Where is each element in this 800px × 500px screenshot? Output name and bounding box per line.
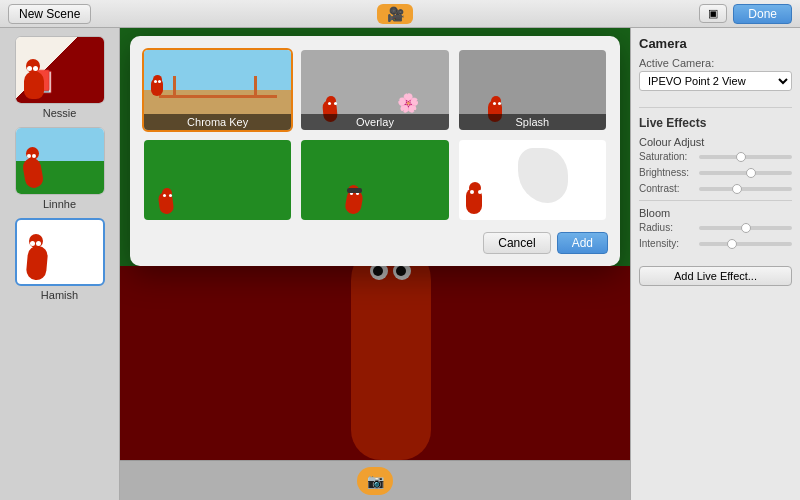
brightness-row: Brightness:: [639, 167, 792, 178]
saturation-row: Saturation:: [639, 151, 792, 162]
intensity-track[interactable]: [699, 242, 792, 246]
saturation-label: Saturation:: [639, 151, 699, 162]
add-live-effect-button[interactable]: Add Live Effect...: [639, 266, 792, 286]
contrast-track[interactable]: [699, 187, 792, 191]
effect-item-green2[interactable]: [299, 138, 450, 222]
effect-grid: Chroma Key 🌸: [142, 48, 608, 222]
nessie-label: Nessie: [43, 107, 77, 119]
contrast-row: Contrast:: [639, 183, 792, 194]
live-effects-title: Live Effects: [639, 116, 792, 130]
bottom-bar: 📷: [120, 460, 630, 500]
nessie-thumbnail: 📕: [15, 36, 105, 104]
right-panel: Camera Active Camera: IPEVO Point 2 View…: [630, 28, 800, 500]
colour-adjust-title: Colour Adjust: [639, 136, 792, 148]
green1-thumb: [144, 140, 291, 220]
record-button[interactable]: 🎥: [377, 4, 413, 24]
effect-item-greenwhite[interactable]: [457, 138, 608, 222]
modal-footer: Cancel Add: [142, 232, 608, 254]
splash-label: Splash: [459, 114, 606, 130]
effect-item-splash[interactable]: Splash: [457, 48, 608, 132]
bloom-title: Bloom: [639, 207, 792, 219]
contrast-label: Contrast:: [639, 183, 699, 194]
active-camera-label: Active Camera:: [639, 57, 792, 69]
radius-row: Radius:: [639, 222, 792, 233]
brightness-thumb[interactable]: [746, 168, 756, 178]
effect-item-chroma-key[interactable]: Chroma Key: [142, 48, 293, 132]
preview-area: Chroma Key 🌸: [120, 28, 630, 460]
greenwhite-thumb: [459, 140, 606, 220]
top-bar-center: 🎥: [377, 4, 413, 24]
overlay-label: Overlay: [301, 114, 448, 130]
top-bar-left: New Scene: [8, 4, 91, 24]
green2-thumb: [301, 140, 448, 220]
saturation-track[interactable]: [699, 155, 792, 159]
brightness-track[interactable]: [699, 171, 792, 175]
effect-item-overlay[interactable]: 🌸 Overlay: [299, 48, 450, 132]
radius-thumb[interactable]: [741, 223, 751, 233]
sidebar-item-hamish[interactable]: Hamish: [6, 218, 113, 301]
new-scene-button[interactable]: New Scene: [8, 4, 91, 24]
radius-track[interactable]: [699, 226, 792, 230]
chroma-key-label: Chroma Key: [144, 114, 291, 130]
intensity-thumb[interactable]: [727, 239, 737, 249]
contrast-thumb[interactable]: [732, 184, 742, 194]
window-icon: ▣: [708, 7, 718, 19]
intensity-label: Intensity:: [639, 238, 699, 249]
brightness-label: Brightness:: [639, 167, 699, 178]
radius-label: Radius:: [639, 222, 699, 233]
capture-button[interactable]: 📷: [357, 467, 393, 495]
sidebar-item-nessie[interactable]: 📕 Nessie: [6, 36, 113, 119]
main-layout: 📕 Nessie Linnhe: [0, 28, 800, 500]
window-toggle-button[interactable]: ▣: [699, 4, 727, 23]
done-button[interactable]: Done: [733, 4, 792, 24]
sidebar-item-linnhe[interactable]: Linnhe: [6, 127, 113, 210]
intensity-row: Intensity:: [639, 238, 792, 249]
modal-box: Chroma Key 🌸: [130, 36, 620, 266]
center-content: Chroma Key 🌸: [120, 28, 630, 500]
saturation-thumb[interactable]: [736, 152, 746, 162]
linnhe-thumbnail: [15, 127, 105, 195]
top-bar: New Scene 🎥 ▣ Done: [0, 0, 800, 28]
left-sidebar: 📕 Nessie Linnhe: [0, 28, 120, 500]
modal-add-button[interactable]: Add: [557, 232, 608, 254]
divider-1: [639, 107, 792, 108]
effect-item-green1[interactable]: [142, 138, 293, 222]
divider-2: [639, 200, 792, 201]
effect-picker-modal: Chroma Key 🌸: [120, 28, 630, 460]
top-bar-right: ▣ Done: [699, 4, 792, 24]
capture-icon: 📷: [367, 473, 384, 489]
camera-section-title: Camera: [639, 36, 792, 51]
video-camera-icon: 🎥: [387, 6, 404, 22]
linnhe-label: Linnhe: [43, 198, 76, 210]
hamish-label: Hamish: [41, 289, 78, 301]
hamish-thumbnail: [15, 218, 105, 286]
active-camera-select[interactable]: IPEVO Point 2 View: [639, 71, 792, 91]
modal-cancel-button[interactable]: Cancel: [483, 232, 550, 254]
